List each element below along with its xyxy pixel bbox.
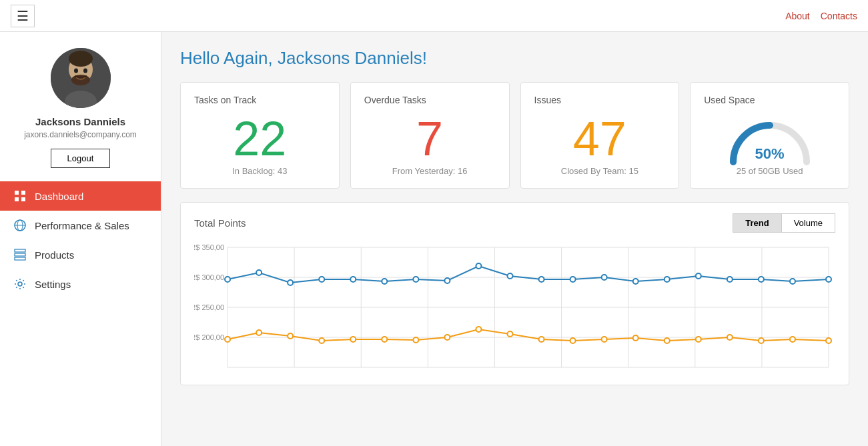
svg-point-45 bbox=[476, 263, 481, 269]
svg-point-37 bbox=[225, 277, 230, 282]
svg-point-71 bbox=[665, 338, 670, 343]
kpi-space-title: Used Space bbox=[704, 95, 755, 105]
about-link[interactable]: About bbox=[785, 11, 810, 21]
svg-point-42 bbox=[382, 279, 387, 284]
svg-point-52 bbox=[696, 273, 701, 279]
kpi-tasks-title: Tasks on Track bbox=[194, 95, 256, 105]
sidebar-item-products[interactable]: Products bbox=[0, 240, 161, 269]
svg-point-47 bbox=[539, 277, 544, 282]
svg-point-73 bbox=[727, 335, 733, 340]
kpi-overdue-tasks: Overdue Tasks 7 From Yesterday: 16 bbox=[350, 82, 510, 189]
chart-section: Total Points Trend Volume R$ 350,00 R$ 3 bbox=[180, 202, 849, 385]
svg-point-51 bbox=[665, 277, 670, 282]
svg-point-61 bbox=[350, 337, 356, 342]
svg-point-49 bbox=[602, 275, 607, 280]
svg-text:R$ 250,00: R$ 250,00 bbox=[194, 303, 224, 311]
topbar: ☰ About Contacts bbox=[0, 0, 868, 32]
kpi-row: Tasks on Track 22 In Backlog: 43 Overdue… bbox=[180, 82, 849, 189]
kpi-tasks-on-track: Tasks on Track 22 In Backlog: 43 bbox=[180, 82, 340, 189]
svg-point-50 bbox=[633, 279, 638, 284]
layout: Jacksons Danniels jaxons.danniels@compan… bbox=[0, 32, 868, 446]
svg-rect-14 bbox=[15, 249, 25, 252]
user-name: Jacksons Danniels bbox=[35, 116, 125, 127]
svg-point-6 bbox=[83, 69, 87, 73]
main-content: Hello Again, Jacksons Danniels! Tasks on… bbox=[161, 32, 868, 446]
svg-rect-8 bbox=[21, 191, 25, 195]
svg-point-68 bbox=[570, 338, 576, 343]
gauge-container: 50% bbox=[723, 111, 817, 166]
svg-point-57 bbox=[225, 337, 230, 342]
contacts-link[interactable]: Contacts bbox=[821, 11, 857, 21]
svg-point-40 bbox=[319, 277, 324, 282]
svg-point-62 bbox=[382, 337, 387, 342]
svg-point-39 bbox=[288, 280, 293, 285]
chart-area: R$ 350,00 R$ 300,00 R$ 250,00 R$ 200,00 bbox=[194, 241, 835, 374]
svg-point-44 bbox=[444, 278, 450, 283]
avatar bbox=[51, 48, 111, 108]
svg-point-67 bbox=[539, 337, 544, 342]
sidebar-item-dashboard[interactable]: Dashboard bbox=[0, 181, 161, 211]
svg-rect-10 bbox=[21, 197, 25, 201]
svg-point-63 bbox=[413, 337, 418, 343]
svg-text:R$ 300,00: R$ 300,00 bbox=[194, 273, 224, 281]
svg-rect-9 bbox=[15, 197, 19, 201]
kpi-issues: Issues 47 Closed By Team: 15 bbox=[520, 82, 680, 189]
svg-point-54 bbox=[759, 277, 764, 282]
svg-text:R$ 350,00: R$ 350,00 bbox=[194, 243, 224, 251]
sidebar-item-products-label: Products bbox=[35, 249, 74, 261]
svg-point-41 bbox=[350, 277, 356, 282]
sidebar-item-dashboard-label: Dashboard bbox=[35, 191, 83, 202]
gauge-value: 50% bbox=[755, 145, 785, 163]
kpi-overdue-value: 7 bbox=[416, 115, 443, 163]
svg-point-38 bbox=[256, 270, 262, 275]
kpi-issues-title: Issues bbox=[534, 95, 561, 105]
svg-point-66 bbox=[507, 331, 512, 337]
sidebar-item-performance-label: Performance & Sales bbox=[35, 220, 129, 231]
svg-rect-15 bbox=[15, 253, 25, 256]
kpi-tasks-subtitle: In Backlog: 43 bbox=[232, 166, 287, 176]
chart-title: Total Points bbox=[194, 217, 246, 229]
svg-point-3 bbox=[71, 75, 90, 85]
sidebar-item-performance-sales[interactable]: Performance & Sales bbox=[0, 211, 161, 240]
trend-button[interactable]: Trend bbox=[733, 213, 781, 233]
kpi-space-subtitle: 25 of 50GB Used bbox=[737, 166, 803, 176]
sidebar-item-settings[interactable]: Settings bbox=[0, 269, 161, 299]
layers-icon bbox=[13, 248, 27, 261]
svg-text:R$ 200,00: R$ 200,00 bbox=[194, 333, 224, 341]
hamburger-icon[interactable]: ☰ bbox=[11, 5, 35, 27]
grid-icon bbox=[13, 189, 27, 203]
kpi-issues-subtitle: Closed By Team: 15 bbox=[561, 166, 638, 176]
svg-point-46 bbox=[507, 273, 512, 279]
svg-point-53 bbox=[727, 277, 733, 282]
svg-point-74 bbox=[759, 338, 764, 343]
svg-point-59 bbox=[288, 333, 293, 339]
topbar-right: About Contacts bbox=[785, 11, 857, 21]
chart-header: Total Points Trend Volume bbox=[194, 213, 835, 233]
svg-point-55 bbox=[790, 279, 795, 284]
svg-point-48 bbox=[570, 277, 576, 282]
svg-rect-16 bbox=[15, 257, 25, 260]
topbar-left: ☰ bbox=[11, 5, 35, 27]
user-email: jaxons.danniels@company.com bbox=[24, 130, 137, 139]
kpi-used-space: Used Space 50% 25 of 50GB Used bbox=[690, 82, 849, 189]
kpi-overdue-subtitle: From Yesterday: 16 bbox=[392, 166, 468, 176]
logout-button[interactable]: Logout bbox=[51, 149, 111, 168]
svg-point-76 bbox=[826, 338, 831, 343]
svg-point-5 bbox=[74, 69, 78, 73]
sidebar-item-settings-label: Settings bbox=[35, 279, 71, 290]
kpi-tasks-value: 22 bbox=[233, 115, 286, 163]
line-chart-svg: R$ 350,00 R$ 300,00 R$ 250,00 R$ 200,00 bbox=[194, 241, 835, 374]
kpi-issues-value: 47 bbox=[573, 115, 626, 163]
svg-point-72 bbox=[696, 337, 701, 342]
volume-button[interactable]: Volume bbox=[781, 213, 835, 233]
greeting-text: Hello Again, Jacksons Danniels! bbox=[180, 48, 849, 69]
svg-point-64 bbox=[444, 335, 450, 340]
svg-point-60 bbox=[319, 338, 324, 343]
svg-point-17 bbox=[18, 282, 22, 286]
sidebar: Jacksons Danniels jaxons.danniels@compan… bbox=[0, 32, 161, 446]
svg-point-69 bbox=[602, 337, 607, 342]
chart-buttons: Trend Volume bbox=[733, 213, 835, 233]
svg-point-75 bbox=[790, 337, 795, 342]
kpi-overdue-title: Overdue Tasks bbox=[364, 95, 426, 105]
svg-point-70 bbox=[633, 335, 638, 341]
